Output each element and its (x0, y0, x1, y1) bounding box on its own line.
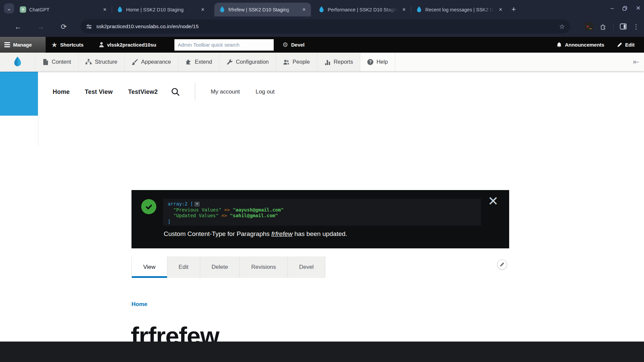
nav-link-home[interactable]: Home (53, 88, 70, 96)
url-text[interactable]: ssk2practiced10.venuslabs.co.in/en/node/… (96, 23, 559, 29)
admin-quick-search-input[interactable] (174, 39, 274, 51)
tab-edit[interactable]: Edit (167, 256, 200, 278)
tab-title: Recent log messages | SSK2 D (425, 7, 494, 12)
browser-chrome: ⌄ ✳ ChatGPT ✕ Home | SSK2 D10 Staging ✕ … (0, 0, 644, 37)
drupal-favicon-icon (219, 6, 225, 13)
close-window-button[interactable]: ✕ (636, 5, 641, 12)
site-branding-block (0, 72, 38, 116)
menu-item-people[interactable]: People (276, 53, 317, 71)
side-panel-icon[interactable] (620, 23, 627, 29)
tab-view[interactable]: View (131, 256, 167, 278)
menu-item-configuration[interactable]: Configuration (219, 53, 276, 71)
collapse-toolbar-icon[interactable]: ⇤ (633, 58, 639, 66)
restore-button[interactable] (623, 6, 627, 11)
paintbrush-icon (132, 59, 138, 65)
status-message-text: Custom Content-Type for Paragraphs frfre… (164, 230, 347, 238)
tab-title: frfrefew | SSK2 D10 Staging (228, 7, 298, 12)
site-navigation: Home Test View TestView2 My account Log … (53, 83, 275, 101)
drupal-logo-icon (13, 57, 22, 67)
menu-item-appearance[interactable]: Appearance (125, 53, 178, 71)
nav-link-testview2[interactable]: TestView2 (128, 88, 158, 96)
menu-item-content[interactable]: Content (35, 53, 78, 71)
tab-title: Performance | SSK2 D10 Stagin (328, 7, 397, 12)
browser-menu-icon[interactable]: ⋮ (633, 23, 639, 31)
tab-close-icon[interactable]: ✕ (497, 6, 504, 13)
breadcrumb-home-link[interactable]: Home (131, 301, 147, 308)
nav-link-log-out[interactable]: Log out (256, 88, 275, 95)
dump-toggle-icon[interactable]: ▼ (195, 202, 200, 206)
tab-frfrefew-active[interactable]: frfrefew | SSK2 D10 Staging ✕ (214, 3, 311, 16)
edit-button[interactable]: Edit (613, 37, 639, 53)
tab-recent-log[interactable]: Recent log messages | SSK2 D ✕ (411, 3, 507, 16)
gear-icon: ⚙ (282, 41, 288, 49)
pencil-icon (500, 262, 504, 267)
chromeos-shelf (0, 342, 644, 362)
user-icon (99, 42, 104, 48)
tab-delete[interactable]: Delete (200, 256, 240, 278)
back-button[interactable]: ← (11, 23, 25, 31)
toolbar-divider (613, 23, 613, 30)
tab-title: ChatGPT (29, 7, 98, 12)
bar-chart-icon (324, 59, 331, 65)
nav-link-test-view[interactable]: Test View (85, 88, 113, 96)
bookmark-star-icon[interactable]: ☆ (559, 23, 565, 31)
tab-home[interactable]: Home | SSK2 D10 Staging ✕ (112, 3, 210, 16)
manage-label: Manage (13, 42, 32, 48)
terminal-extension-icon[interactable]: >_ (585, 22, 593, 31)
drupal-favicon-icon (318, 6, 325, 13)
forward-button[interactable]: → (34, 23, 48, 31)
site-settings-icon[interactable] (86, 23, 92, 30)
announcements-button[interactable]: Announcements (552, 37, 608, 53)
menu-item-extend[interactable]: Extend (178, 53, 219, 71)
local-task-tabs: View Edit Delete Revisions Devel (131, 256, 325, 278)
devel-button[interactable]: ⚙ Devel (278, 37, 309, 53)
tab-close-icon[interactable]: ✕ (301, 6, 308, 13)
nav-divider (195, 83, 195, 101)
tab-close-icon[interactable]: ✕ (400, 6, 408, 13)
status-message: array:2 [▼ "Previous Values" => "aayush@… (131, 190, 509, 248)
sidebar-border (38, 71, 38, 146)
star-icon: ★ (52, 41, 57, 49)
tab-close-icon[interactable]: ✕ (101, 6, 108, 13)
shortcuts-button[interactable]: ★ Shortcuts (48, 37, 88, 53)
menu-item-structure[interactable]: Structure (78, 53, 125, 71)
admin-toolbar-right: Announcements Edit (552, 37, 644, 53)
chatgpt-icon: ✳ (20, 6, 26, 13)
pencil-icon (617, 42, 622, 47)
close-message-icon[interactable]: ✕ (488, 195, 498, 207)
success-check-icon (141, 199, 156, 214)
sitemap-icon (86, 59, 92, 65)
minimize-button[interactable]: – (610, 5, 613, 12)
search-icon[interactable] (171, 87, 180, 97)
file-icon (42, 59, 49, 65)
tab-performance[interactable]: Performance | SSK2 D10 Stagin ✕ (314, 3, 411, 16)
tab-chatgpt[interactable]: ✳ ChatGPT ✕ (15, 3, 112, 16)
tab-revisions[interactable]: Revisions (240, 256, 288, 278)
drupal-admin-toolbar: Manage ★ Shortcuts vlssk2practiced10su ⚙… (0, 37, 644, 53)
puzzle-icon (185, 59, 192, 65)
drupal-favicon-icon (416, 6, 422, 13)
page-content: Home Test View TestView2 My account Log … (0, 71, 644, 342)
new-tab-button[interactable]: + (512, 5, 516, 14)
manage-menu-button[interactable]: Manage (0, 37, 46, 53)
nav-link-my-account[interactable]: My account (211, 88, 240, 95)
content-type-link[interactable]: frfrefew (271, 230, 292, 237)
omnibox[interactable]: ssk2practiced10.venuslabs.co.in/en/node/… (80, 19, 570, 34)
wrench-icon (226, 59, 233, 65)
tab-strip: ✳ ChatGPT ✕ Home | SSK2 D10 Staging ✕ fr… (0, 0, 644, 16)
screen: ⌄ ✳ ChatGPT ✕ Home | SSK2 D10 Staging ✕ … (0, 0, 644, 362)
reload-button[interactable]: ⟳ (57, 23, 70, 31)
browser-actions: >_ ⋮ (585, 19, 639, 34)
hamburger-icon (4, 42, 10, 47)
drupal-home-button[interactable] (0, 53, 35, 71)
menu-item-reports[interactable]: Reports (317, 53, 361, 71)
tab-close-icon[interactable]: ✕ (199, 6, 206, 13)
menu-item-help[interactable]: ? Help (360, 53, 395, 71)
question-circle-icon: ? (367, 59, 373, 65)
contextual-edit-button[interactable] (497, 259, 507, 269)
drupal-manage-menu: Content Structure Appearance Extend Conf (0, 53, 644, 71)
extensions-puzzle-icon[interactable] (600, 23, 607, 30)
var-dump-block: array:2 [▼ "Previous Values" => "aayush@… (163, 199, 481, 226)
user-account-button[interactable]: vlssk2practiced10su (95, 37, 160, 53)
tab-devel[interactable]: Devel (288, 256, 325, 278)
